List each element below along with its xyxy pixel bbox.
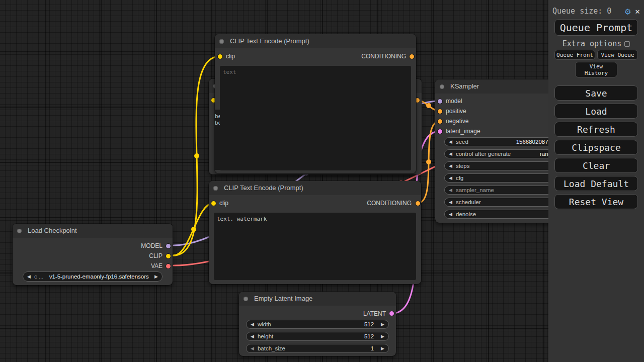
- decrement-arrow-icon[interactable]: ◀: [449, 200, 452, 205]
- decrement-arrow-icon[interactable]: ◀: [449, 176, 452, 180]
- node-ksampler[interactable]: KSampler model positive negative latent_…: [435, 79, 548, 223]
- width-widget[interactable]: ◀ width 512 ▶: [246, 320, 389, 329]
- settings-gear-icon[interactable]: ⚙: [625, 7, 630, 16]
- collapse-dot-icon[interactable]: [219, 39, 224, 44]
- collapse-dot-icon[interactable]: [17, 229, 22, 233]
- queue-prompt-button[interactable]: Queue Prompt: [554, 19, 638, 36]
- link-dot-negative: [426, 159, 431, 164]
- widget-value: v1-5-pruned-emaonly-fp16.safetensors: [43, 274, 154, 280]
- clip-output-label: CLIP: [149, 253, 163, 259]
- load-button[interactable]: Load: [554, 104, 638, 119]
- clipspace-button[interactable]: Clipspace: [554, 140, 638, 155]
- node-title-bar[interactable]: CLIP Text Encode (Prompt): [215, 34, 416, 48]
- collapse-dot-icon[interactable]: [213, 186, 218, 191]
- height-widget[interactable]: ◀ height 512 ▶: [246, 332, 389, 341]
- extra-options-checkbox[interactable]: [624, 41, 630, 47]
- node-title-bar[interactable]: Empty Latent Image: [239, 292, 396, 306]
- batch-size-widget[interactable]: ◀ batch_size 1 ▶: [246, 344, 389, 353]
- increment-arrow-icon[interactable]: ▶: [381, 334, 384, 339]
- node-title: CLIP Text Encode (Prompt): [224, 184, 303, 192]
- denoise-widget[interactable]: ◀ denoise: [444, 210, 548, 219]
- model-input-slot[interactable]: [438, 99, 442, 104]
- node-clip-text-encode-negative[interactable]: CLIP Text Encode (Prompt) clip CONDITION…: [209, 181, 421, 284]
- view-history-button[interactable]: View History: [575, 62, 617, 77]
- comfyui-app: CLIP Text Encode (Prompt) clip CONDITION…: [0, 0, 644, 362]
- decrement-arrow-icon[interactable]: ◀: [449, 212, 452, 217]
- latent-image-input-slot[interactable]: [438, 129, 442, 134]
- negative-input-slot[interactable]: [438, 119, 442, 124]
- clear-button[interactable]: Clear: [554, 158, 638, 173]
- widget-value: 15668020871: [451, 139, 548, 145]
- link-dot-clip-b: [191, 227, 196, 232]
- next-option-arrow-icon[interactable]: ▶: [154, 275, 158, 279]
- control-after-generate-widget[interactable]: ◀ control after generate rand: [444, 149, 548, 158]
- model-output-label: MODEL: [141, 243, 163, 249]
- widget-label: scheduler: [456, 199, 481, 205]
- vae-output-slot[interactable]: [166, 264, 171, 268]
- view-queue-button[interactable]: View Queue: [597, 50, 638, 60]
- positive-input-slot[interactable]: [438, 109, 442, 114]
- positive-input-label: positive: [446, 108, 466, 114]
- decrement-arrow-icon[interactable]: ◀: [449, 188, 452, 193]
- collapse-dot-icon[interactable]: [440, 84, 444, 89]
- node-title: Load Checkpoint: [28, 227, 77, 234]
- node-graph-canvas[interactable]: CLIP Text Encode (Prompt) clip CONDITION…: [0, 0, 548, 362]
- widget-label: c ...: [34, 274, 44, 280]
- clip-input-label: clip: [219, 200, 228, 206]
- node-title-bar[interactable]: Load Checkpoint: [13, 224, 173, 238]
- model-input-label: model: [446, 98, 462, 104]
- link-dot-positive: [426, 103, 431, 108]
- clip-input-label: clip: [226, 53, 235, 59]
- save-button[interactable]: Save: [554, 85, 638, 101]
- vae-output-label: VAE: [151, 263, 163, 269]
- increment-arrow-icon[interactable]: ▶: [381, 322, 384, 327]
- widget-label: height: [258, 333, 273, 339]
- decrement-arrow-icon[interactable]: ◀: [251, 346, 254, 351]
- clip-input-slot[interactable]: [218, 54, 222, 59]
- widget-label: width: [258, 321, 271, 327]
- conditioning-output-label: CONDITIONING: [361, 53, 406, 59]
- clip-input-slot[interactable]: [211, 201, 216, 206]
- scheduler-widget[interactable]: ◀ scheduler: [444, 198, 548, 207]
- decrement-arrow-icon[interactable]: ◀: [449, 164, 452, 168]
- node-title-bar[interactable]: KSampler: [435, 79, 548, 94]
- queue-size-label: Queue size: 0: [552, 7, 611, 16]
- prompt-text-input[interactable]: text, watermark: [214, 213, 416, 280]
- node-load-checkpoint[interactable]: Load Checkpoint MODEL CLIP VAE ◀ c ... v…: [13, 224, 173, 285]
- load-default-button[interactable]: Load Default: [554, 176, 638, 191]
- latent-output-slot[interactable]: [389, 311, 394, 316]
- widget-label: sampler_name: [456, 187, 494, 193]
- sampler-name-widget[interactable]: ◀ sampler_name: [444, 186, 548, 195]
- refresh-button[interactable]: Refresh: [554, 122, 638, 137]
- clip-output-slot[interactable]: [166, 254, 171, 258]
- node-clip-text-encode-front[interactable]: CLIP Text Encode (Prompt) clip CONDITION…: [215, 34, 416, 173]
- steps-widget[interactable]: ◀ steps: [444, 161, 548, 170]
- conditioning-output-slot[interactable]: [416, 201, 420, 206]
- close-icon[interactable]: ✕: [635, 7, 640, 16]
- widget-value: 1: [371, 345, 374, 351]
- widget-label: batch_size: [258, 345, 285, 351]
- widget-label: steps: [456, 163, 470, 169]
- node-title: CLIP Text Encode (Prompt): [230, 37, 309, 45]
- node-title-bar[interactable]: CLIP Text Encode (Prompt): [209, 181, 421, 195]
- conditioning-output-slot[interactable]: [410, 54, 414, 59]
- hidden-prompt-text-sliver[interactable]: be bo: [214, 110, 220, 170]
- decrement-arrow-icon[interactable]: ◀: [251, 322, 254, 327]
- increment-arrow-icon[interactable]: ▶: [381, 346, 384, 351]
- widget-value: rand: [451, 151, 548, 157]
- decrement-arrow-icon[interactable]: ◀: [251, 334, 254, 339]
- cfg-widget[interactable]: ◀ cfg: [444, 173, 548, 183]
- prev-option-arrow-icon[interactable]: ◀: [27, 275, 31, 279]
- seed-widget[interactable]: ◀ seed 15668020871: [444, 137, 548, 146]
- queue-front-button[interactable]: Queue Front: [554, 50, 595, 60]
- latent-output-label: LATENT: [363, 311, 386, 317]
- model-output-slot[interactable]: [166, 244, 171, 248]
- collapse-dot-icon[interactable]: [244, 297, 248, 301]
- node-empty-latent-image[interactable]: Empty Latent Image LATENT ◀ width 512 ▶ …: [239, 292, 396, 356]
- ckpt-name-widget[interactable]: ◀ c ... v1-5-pruned-emaonly-fp16.safeten…: [23, 272, 163, 282]
- comfy-menu: Queue size: 0 ⚙ ✕ Queue Prompt Extra opt…: [548, 0, 644, 362]
- link-dot-clip-a: [194, 153, 199, 158]
- negative-input-label: negative: [446, 118, 468, 124]
- reset-view-button[interactable]: Reset View: [554, 194, 638, 209]
- prompt-text-input[interactable]: [220, 66, 411, 170]
